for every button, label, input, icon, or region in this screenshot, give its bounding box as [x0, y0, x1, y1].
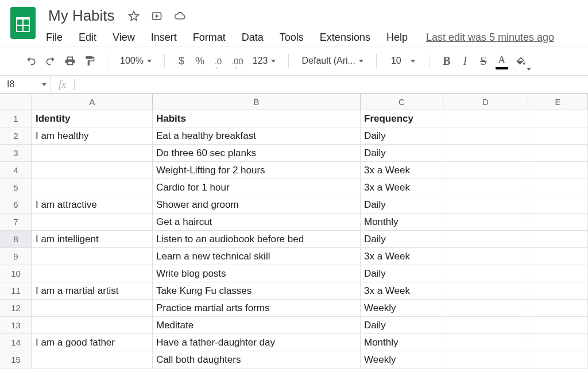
- cloud-status-icon[interactable]: [173, 10, 186, 22]
- cell[interactable]: [443, 179, 528, 196]
- menu-view[interactable]: View: [105, 29, 143, 46]
- row-header[interactable]: 11: [0, 282, 32, 300]
- cell[interactable]: I am healthy: [32, 127, 153, 145]
- cell[interactable]: [443, 265, 528, 282]
- strikethrough-button[interactable]: S: [476, 52, 491, 69]
- cell[interactable]: [32, 317, 153, 334]
- cell[interactable]: [443, 300, 528, 317]
- row-header[interactable]: 10: [0, 265, 32, 282]
- cell[interactable]: Daily: [361, 231, 443, 248]
- format-currency-button[interactable]: $: [174, 52, 189, 69]
- cell[interactable]: Eat a healthy breakfast: [153, 127, 361, 145]
- menu-help[interactable]: Help: [378, 29, 416, 46]
- cell[interactable]: Weekly: [361, 351, 443, 369]
- cell[interactable]: [443, 334, 528, 351]
- cell[interactable]: [528, 300, 588, 317]
- font-size-dropdown[interactable]: 10: [386, 52, 420, 69]
- menu-edit[interactable]: Edit: [71, 29, 105, 46]
- formula-input[interactable]: [75, 76, 588, 93]
- cell[interactable]: Practice martial arts forms: [153, 300, 361, 317]
- decrease-decimal-button[interactable]: .0←: [211, 52, 226, 69]
- menu-extensions[interactable]: Extensions: [312, 29, 378, 46]
- cell[interactable]: I am a martial artist: [32, 282, 153, 300]
- cell[interactable]: Weekly: [361, 300, 443, 317]
- row-header[interactable]: 4: [0, 162, 32, 179]
- cell[interactable]: [32, 248, 153, 265]
- cell[interactable]: Write blog posts: [153, 265, 361, 282]
- sheets-logo[interactable]: [10, 7, 36, 39]
- cell[interactable]: Daily: [361, 127, 443, 145]
- cell[interactable]: Meditate: [153, 317, 361, 334]
- zoom-dropdown[interactable]: 100%: [117, 52, 155, 69]
- cell[interactable]: Daily: [361, 196, 443, 214]
- cell[interactable]: [443, 127, 528, 145]
- cell[interactable]: [528, 145, 588, 162]
- cell[interactable]: [32, 214, 153, 231]
- cell[interactable]: [443, 282, 528, 300]
- column-header-C[interactable]: C: [361, 94, 443, 110]
- cell[interactable]: 3x a Week: [361, 162, 443, 179]
- cell[interactable]: [443, 248, 528, 265]
- row-header[interactable]: 13: [0, 317, 32, 334]
- column-header-A[interactable]: A: [32, 94, 153, 110]
- doc-title[interactable]: My Habits: [46, 7, 117, 25]
- select-all-corner[interactable]: [0, 94, 32, 110]
- menu-file[interactable]: File: [46, 29, 71, 46]
- cell[interactable]: Identity: [32, 110, 153, 127]
- cell[interactable]: Get a haircut: [153, 214, 361, 231]
- row-header[interactable]: 1: [0, 110, 32, 127]
- cell[interactable]: Call both daughters: [153, 351, 361, 369]
- italic-button[interactable]: I: [458, 52, 473, 69]
- cell[interactable]: Habits: [153, 110, 361, 127]
- column-header-E[interactable]: E: [528, 94, 588, 110]
- cell[interactable]: [528, 162, 588, 179]
- cell[interactable]: 3x a Week: [361, 282, 443, 300]
- cell[interactable]: Do three 60 sec planks: [153, 145, 361, 162]
- column-header-B[interactable]: B: [153, 94, 361, 110]
- cell[interactable]: [32, 300, 153, 317]
- cell[interactable]: [528, 127, 588, 145]
- row-header[interactable]: 5: [0, 179, 32, 196]
- cell[interactable]: Shower and groom: [153, 196, 361, 214]
- cell[interactable]: [443, 162, 528, 179]
- cell[interactable]: [443, 196, 528, 214]
- row-header[interactable]: 15: [0, 351, 32, 369]
- cell[interactable]: [528, 282, 588, 300]
- cell[interactable]: [528, 317, 588, 334]
- increase-decimal-button[interactable]: .00→: [229, 52, 246, 69]
- row-header[interactable]: 2: [0, 127, 32, 145]
- cell[interactable]: [443, 317, 528, 334]
- number-format-dropdown[interactable]: 123: [249, 52, 280, 69]
- cell[interactable]: [32, 265, 153, 282]
- last-edit-link[interactable]: Last edit was 5 minutes ago: [426, 32, 554, 44]
- cell[interactable]: [32, 145, 153, 162]
- cell[interactable]: I am a good father: [32, 334, 153, 351]
- menu-data[interactable]: Data: [234, 29, 272, 46]
- menu-tools[interactable]: Tools: [272, 29, 312, 46]
- cell[interactable]: [443, 145, 528, 162]
- format-percent-button[interactable]: %: [192, 52, 207, 69]
- row-header[interactable]: 3: [0, 145, 32, 162]
- row-header[interactable]: 6: [0, 196, 32, 214]
- font-family-dropdown[interactable]: Default (Ari...: [298, 52, 366, 69]
- cell[interactable]: Learn a new technical skill: [153, 248, 361, 265]
- cell[interactable]: I am intelligent: [32, 231, 153, 248]
- row-header[interactable]: 7: [0, 214, 32, 231]
- cell[interactable]: [528, 179, 588, 196]
- cell[interactable]: Take Kung Fu classes: [153, 282, 361, 300]
- cell[interactable]: [528, 248, 588, 265]
- row-header[interactable]: 9: [0, 248, 32, 265]
- print-button[interactable]: [62, 52, 78, 69]
- row-header[interactable]: 14: [0, 334, 32, 351]
- cell[interactable]: [528, 334, 588, 351]
- cell[interactable]: Monthly: [361, 214, 443, 231]
- cell[interactable]: [443, 110, 528, 127]
- bold-button[interactable]: B: [439, 52, 454, 69]
- row-header[interactable]: 12: [0, 300, 32, 317]
- cell[interactable]: [528, 196, 588, 214]
- cell[interactable]: [32, 351, 153, 369]
- cell[interactable]: Cardio for 1 hour: [153, 179, 361, 196]
- cell[interactable]: [32, 179, 153, 196]
- cell[interactable]: Listen to an audiobook before bed: [153, 231, 361, 248]
- cell[interactable]: [443, 351, 528, 369]
